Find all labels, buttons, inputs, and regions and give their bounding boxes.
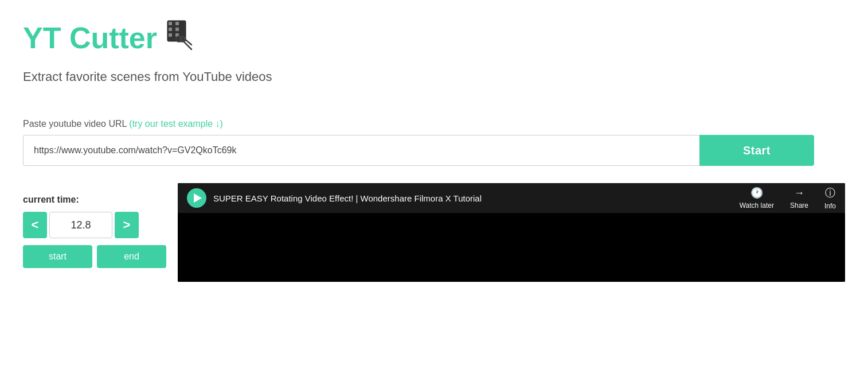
share-icon: →	[794, 187, 804, 199]
svg-rect-3	[169, 28, 172, 31]
watch-later-label: Watch later	[740, 201, 774, 210]
info-label: Info	[824, 202, 836, 210]
time-input[interactable]	[49, 212, 112, 238]
svg-rect-1	[169, 22, 172, 25]
url-input-row: Start	[23, 135, 814, 166]
start-end-row: start end	[23, 245, 166, 268]
bottom-section: current time: < > start end SUPER EASY R…	[23, 183, 845, 282]
info-button[interactable]: ⓘ Info	[824, 186, 836, 210]
test-example-link[interactable]: (try our test example ↓)	[129, 119, 223, 129]
subtitle: Extract favorite scenes from YouTube vid…	[23, 69, 845, 84]
app-title: YT Cutter	[23, 23, 157, 53]
video-topbar-left: SUPER EASY Rotating Video Effect! | Wond…	[187, 188, 482, 208]
play-icon	[194, 193, 202, 203]
svg-rect-2	[175, 22, 179, 25]
current-time-label: current time:	[23, 195, 166, 205]
url-label: Paste youtube video URL (try our test ex…	[23, 119, 845, 129]
url-section: Paste youtube video URL (try our test ex…	[23, 119, 845, 166]
video-panel: SUPER EASY Rotating Video Effect! | Wond…	[178, 183, 845, 282]
svg-rect-4	[175, 28, 179, 31]
header: YT Cutter	[23, 17, 845, 58]
video-title: SUPER EASY Rotating Video Effect! | Wond…	[213, 193, 482, 203]
share-button[interactable]: → Share	[790, 187, 808, 210]
video-content	[178, 213, 845, 282]
start-button[interactable]: Start	[699, 135, 814, 166]
url-input[interactable]	[23, 135, 699, 166]
watch-later-button[interactable]: 🕐 Watch later	[740, 187, 774, 210]
film-scissors-icon	[163, 17, 197, 58]
video-topbar: SUPER EASY Rotating Video Effect! | Wond…	[178, 183, 845, 213]
time-stepper-row: < >	[23, 212, 166, 238]
controls-panel: current time: < > start end	[23, 183, 178, 268]
share-label: Share	[790, 201, 808, 210]
end-mark-button[interactable]: end	[97, 245, 166, 268]
watch-later-icon: 🕐	[750, 187, 763, 199]
decrement-button[interactable]: <	[23, 212, 47, 238]
video-topbar-right: 🕐 Watch later → Share ⓘ Info	[740, 186, 836, 210]
play-button[interactable]	[187, 188, 206, 208]
info-icon: ⓘ	[825, 186, 835, 200]
start-mark-button[interactable]: start	[23, 245, 92, 268]
svg-rect-5	[169, 33, 172, 37]
increment-button[interactable]: >	[115, 212, 139, 238]
